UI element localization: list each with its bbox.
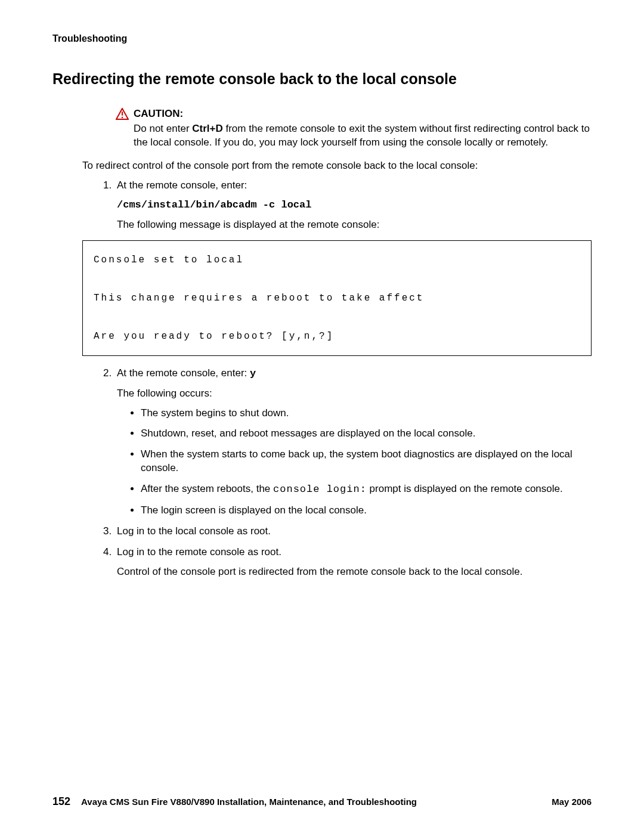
step-2-text-pre: At the remote console, enter: xyxy=(117,367,250,379)
step-3-text: Log in to the local console as root. xyxy=(117,525,592,538)
step-4-after: Control of the console port is redirecte… xyxy=(117,566,522,577)
page: Troubleshooting Redirecting the remote c… xyxy=(0,0,644,833)
step-2-after: The following occurs: xyxy=(117,388,212,399)
step-2-text: At the remote console, enter: y xyxy=(117,367,592,381)
caution-text-pre: Do not enter xyxy=(134,123,192,134)
intro-paragraph: To redirect control of the console port … xyxy=(82,159,592,173)
bullet-4-code: console login: xyxy=(273,484,367,495)
step-1-text: At the remote console, enter: xyxy=(117,179,592,193)
bullet-4-post: prompt is displayed on the remote consol… xyxy=(367,483,563,494)
footer-date: May 2006 xyxy=(552,797,592,807)
step-3: Log in to the local console as root. xyxy=(114,525,592,538)
bullet-3: When the system starts to come back up, … xyxy=(141,448,592,475)
steps-list: At the remote console, enter: /cms/insta… xyxy=(94,179,592,232)
page-footer: 152 Avaya CMS Sun Fire V880/V890 Install… xyxy=(52,795,592,808)
bullet-4: After the system reboots, the console lo… xyxy=(141,482,592,497)
running-head: Troubleshooting xyxy=(52,33,592,44)
caution-label: CAUTION: xyxy=(134,108,183,120)
step-4-text: Log in to the remote console as root. xyxy=(117,546,592,559)
section-title: Redirecting the remote console back to t… xyxy=(52,70,592,88)
step-2: At the remote console, enter: y The foll… xyxy=(114,367,592,518)
svg-point-2 xyxy=(122,117,123,119)
bullet-5: The login screen is displayed on the loc… xyxy=(141,504,592,518)
bullet-4-pre: After the system reboots, the xyxy=(141,483,273,494)
caution-icon xyxy=(116,108,129,120)
kbd-shortcut: Ctrl+D xyxy=(192,123,222,134)
step-2-bullets: The system begins to shut down. Shutdown… xyxy=(130,407,592,518)
step-2-input: y xyxy=(250,368,256,379)
steps-list-cont: At the remote console, enter: y The foll… xyxy=(94,367,592,579)
bullet-1: The system begins to shut down. xyxy=(141,407,592,420)
step-1: At the remote console, enter: /cms/insta… xyxy=(114,179,592,232)
step-4: Log in to the remote console as root. Co… xyxy=(114,546,592,579)
caution-head: CAUTION: xyxy=(116,108,592,120)
caution-body: Do not enter Ctrl+D from the remote cons… xyxy=(134,122,592,150)
footer-title: Avaya CMS Sun Fire V880/V890 Installatio… xyxy=(81,797,552,807)
page-number: 152 xyxy=(52,795,70,808)
caution-block: CAUTION: Do not enter Ctrl+D from the re… xyxy=(116,108,592,150)
bullet-2: Shutdown, reset, and reboot messages are… xyxy=(141,427,592,441)
step-1-after: The following message is displayed at th… xyxy=(117,219,379,230)
console-output-box: Console set to local This change require… xyxy=(82,240,592,356)
step-1-command: /cms/install/bin/abcadm -c local xyxy=(117,199,592,212)
